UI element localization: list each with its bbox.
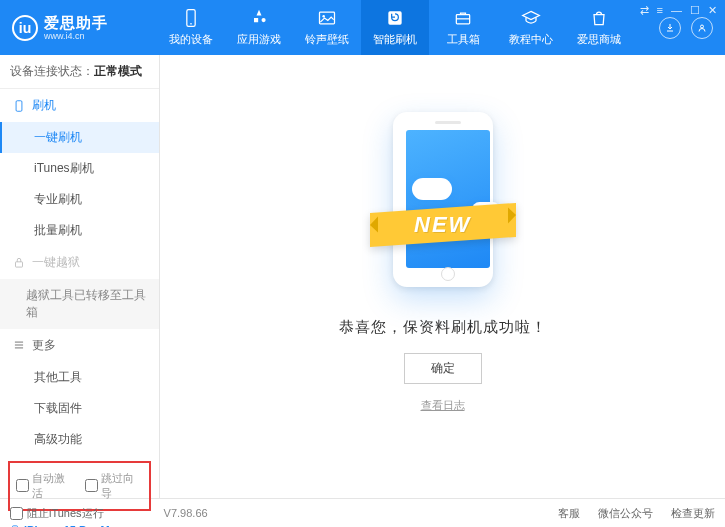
sidebar-cat-jailbreak[interactable]: 一键越狱 [0, 246, 159, 279]
sidebar-cat-more[interactable]: 更多 [0, 329, 159, 362]
apps-icon [249, 8, 269, 28]
success-illustration: NEW [388, 110, 498, 290]
win-max-icon[interactable]: ☐ [690, 4, 700, 17]
sidebar-item-advanced[interactable]: 高级功能 [0, 424, 159, 455]
footer-link-support[interactable]: 客服 [558, 506, 580, 521]
auto-activate-checkbox[interactable]: 自动激活 [16, 471, 75, 501]
version-label: V7.98.66 [164, 507, 208, 519]
skip-guide-checkbox[interactable]: 跳过向导 [85, 471, 144, 501]
bag-icon [589, 8, 609, 28]
sidebar-item-batch[interactable]: 批量刷机 [0, 215, 159, 246]
options-box: 自动激活 跳过向导 [8, 461, 151, 511]
sidebar: 设备连接状态：正常模式 刷机 一键刷机 iTunes刷机 专业刷机 批量刷机 一… [0, 55, 160, 498]
lock-icon [12, 256, 26, 270]
win-close-icon[interactable]: ✕ [708, 4, 717, 17]
toolbox-icon [453, 8, 473, 28]
app-logo: iu 爱思助手 www.i4.cn [12, 14, 157, 41]
win-min-icon[interactable]: — [671, 4, 682, 17]
list-icon [12, 338, 26, 352]
titlebar: iu 爱思助手 www.i4.cn 我的设备 应用游戏 铃声壁纸 智能刷机 工具… [0, 0, 725, 55]
win-menu-icon[interactable]: ≡ [657, 4, 663, 17]
nav-flash[interactable]: 智能刷机 [361, 0, 429, 55]
success-message: 恭喜您，保资料刷机成功啦！ [339, 318, 547, 337]
nav-tutorial[interactable]: 教程中心 [497, 0, 565, 55]
nav-my-device[interactable]: 我的设备 [157, 0, 225, 55]
new-banner: NEW [370, 203, 516, 247]
jailbreak-note: 越狱工具已转移至工具箱 [0, 279, 159, 329]
flash-icon [12, 99, 26, 113]
sidebar-item-oneclick[interactable]: 一键刷机 [0, 122, 159, 153]
sidebar-item-itunes[interactable]: iTunes刷机 [0, 153, 159, 184]
sidebar-item-pro[interactable]: 专业刷机 [0, 184, 159, 215]
main-content: NEW 恭喜您，保资料刷机成功啦！ 确定 查看日志 [160, 55, 725, 498]
top-nav: 我的设备 应用游戏 铃声壁纸 智能刷机 工具箱 教程中心 爱思商城 [157, 0, 659, 55]
block-itunes-checkbox[interactable]: 阻止iTunes运行 [10, 506, 104, 521]
image-icon [317, 8, 337, 28]
nav-store[interactable]: 爱思商城 [565, 0, 633, 55]
nav-ringtones[interactable]: 铃声壁纸 [293, 0, 361, 55]
sidebar-item-other[interactable]: 其他工具 [0, 362, 159, 393]
device-name[interactable]: iPhone 15 Pro Max [10, 523, 149, 527]
phone-icon [181, 8, 201, 28]
connection-status: 设备连接状态：正常模式 [0, 55, 159, 89]
footer-link-wechat[interactable]: 微信公众号 [598, 506, 653, 521]
win-lock-icon[interactable]: ⇄ [640, 4, 649, 17]
sidebar-cat-flash[interactable]: 刷机 [0, 89, 159, 122]
logo-icon: iu [12, 15, 38, 41]
nav-toolbox[interactable]: 工具箱 [429, 0, 497, 55]
svg-rect-7 [16, 100, 22, 111]
svg-point-1 [190, 23, 192, 25]
view-log-link[interactable]: 查看日志 [421, 398, 465, 413]
svg-rect-8 [16, 261, 23, 266]
svg-point-6 [701, 25, 704, 28]
nav-apps[interactable]: 应用游戏 [225, 0, 293, 55]
app-url: www.i4.cn [44, 31, 108, 41]
ok-button[interactable]: 确定 [404, 353, 482, 384]
device-icon [10, 523, 20, 527]
graduation-icon [521, 8, 541, 28]
sidebar-item-download[interactable]: 下载固件 [0, 393, 159, 424]
svg-point-3 [322, 15, 325, 17]
footer-link-update[interactable]: 检查更新 [671, 506, 715, 521]
refresh-icon [385, 8, 405, 28]
download-button[interactable] [659, 17, 681, 39]
user-button[interactable] [691, 17, 713, 39]
